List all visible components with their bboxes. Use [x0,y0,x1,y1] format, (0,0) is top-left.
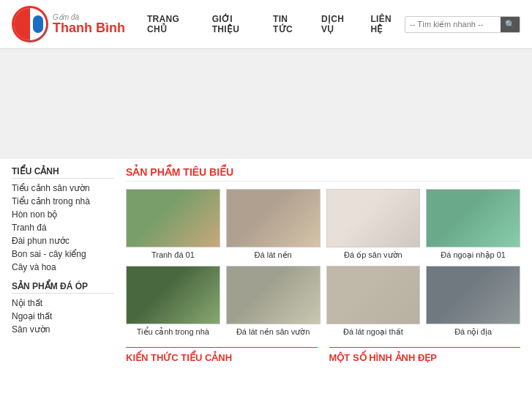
main-nav: TRANG CHỦ GIỚI THIỆU TIN TỨC DỊCH VỤ LIÊ… [147,14,405,34]
bottom-title-hinhanh: MỘT SỐ HÌNH ẢNH ĐẸP [329,347,521,363]
product-image-4[interactable] [426,189,520,247]
product-name-3: Đá ốp sân vườn [326,250,421,260]
sidebar-list-tieucanh: Tiểu cảnh sân vườn Tiểu cảnh trong nhà H… [12,182,114,274]
search-input[interactable] [405,17,501,31]
list-item: Bon sai - cây kiểng [12,247,114,261]
product-name-2: Đá lát nền [226,250,321,260]
product-item-2: Đá lát nền [226,189,321,260]
sidebar-link-honnon[interactable]: Hòn non bộ [12,208,114,221]
sidebar-title-tieucaong: TIỂU CẢNH [12,166,114,179]
logo-icon [12,6,48,42]
product-image-8[interactable] [426,266,520,324]
sidebar-link-tieucanhsanvuon[interactable]: Tiểu cảnh sân vườn [12,182,114,195]
logo-small: Gốm đá [53,13,125,21]
logo: Gốm đá Thanh Bình [12,6,125,42]
product-image-2[interactable] [226,189,321,247]
nav-gioithieu[interactable]: GIỚI THIỆU [212,14,260,34]
bottom-titles: KIẾN THỨC TIỂU CẢNH MỘT SỐ HÌNH ẢNH ĐẸP [126,347,520,363]
product-item-7: Đá lát ngoại thất [326,266,421,337]
nav-tintuc[interactable]: TIN TỨC [273,14,308,34]
list-item: Hòn non bộ [12,208,114,221]
search-button[interactable]: 🔍 [501,17,520,32]
banner [0,49,532,159]
nav-dichvu[interactable]: DỊCH VỤ [321,14,357,34]
product-name-4: Đá ngoại nhập 01 [426,250,520,260]
content-area: SẢN PHẨM TIÊU BIỂU Tranh đá 01 Đá lát nề… [126,166,520,363]
logo-text: Gốm đá Thanh Bình [53,13,125,36]
product-name-8: Đá nội địa [426,327,520,337]
product-image-7[interactable] [326,266,421,324]
product-image-3[interactable] [326,189,421,247]
product-image-1[interactable] [126,189,220,247]
product-name-6: Đá lát nền sân vườn [226,327,321,337]
sidebar-link-noithat[interactable]: Nội thất [12,297,114,310]
product-item-5: Tiểu cảnh trong nhà [126,266,220,337]
sidebar-link-ngoaithat[interactable]: Ngoại thất [12,310,114,323]
product-image-5[interactable] [126,266,220,324]
nav-lienhe[interactable]: LIÊN HỆ [370,14,405,34]
product-name-7: Đá lát ngoại thất [326,327,421,337]
sidebar: TIỂU CẢNH Tiểu cảnh sân vườn Tiểu cảnh t… [12,166,114,363]
sidebar-list-daop: Nội thất Ngoại thất Sân vườn [12,297,114,336]
product-item-6: Đá lát nền sân vườn [226,266,321,337]
logo-brand: Thanh Bình [53,21,125,36]
product-image-6[interactable] [226,266,321,324]
nav-trangchu[interactable]: TRANG CHỦ [147,14,199,34]
product-name-1: Tranh đá 01 [126,250,220,259]
main-content: TIỂU CẢNH Tiểu cảnh sân vườn Tiểu cảnh t… [0,159,532,370]
list-item: Tiểu cảnh sân vườn [12,182,114,195]
list-item: Tranh đá [12,221,114,234]
sidebar-link-daiphunnuoc[interactable]: Đài phun nước [12,234,114,247]
product-name-5: Tiểu cảnh trong nhà [126,327,220,337]
header: Gốm đá Thanh Bình TRANG CHỦ GIỚI THIỆU T… [0,0,532,49]
list-item: Cây và hoa [12,261,114,274]
products-section-title: SẢN PHẨM TIÊU BIỂU [126,166,520,182]
list-item: Tiểu cảnh trong nhà [12,195,114,208]
list-item: Sân vườn [12,323,114,336]
product-item-8: Đá nội địa [426,266,520,337]
product-item-4: Đá ngoại nhập 01 [426,189,520,260]
sidebar-link-tieucanhrongnha[interactable]: Tiểu cảnh trong nhà [12,195,114,208]
products-grid: Tranh đá 01 Đá lát nền Đá ốp sân vườn Đá… [126,189,520,337]
sidebar-link-tranhda[interactable]: Tranh đá [12,221,114,234]
bottom-title-kienthuc: KIẾN THỨC TIỂU CẢNH [126,347,318,363]
list-item: Ngoại thất [12,310,114,323]
product-item-1: Tranh đá 01 [126,189,220,260]
sidebar-title-sanphamdaop: SẢN PHẨM ĐÁ ÓP [12,281,114,294]
sidebar-link-sanvuon[interactable]: Sân vườn [12,323,114,336]
product-item-3: Đá ốp sân vườn [326,189,421,260]
sidebar-link-bonsai[interactable]: Bon sai - cây kiểng [12,247,114,261]
list-item: Đài phun nước [12,234,114,247]
sidebar-link-cayvahoa[interactable]: Cây và hoa [12,261,114,274]
search-box: 🔍 [405,16,520,33]
list-item: Nội thất [12,297,114,310]
